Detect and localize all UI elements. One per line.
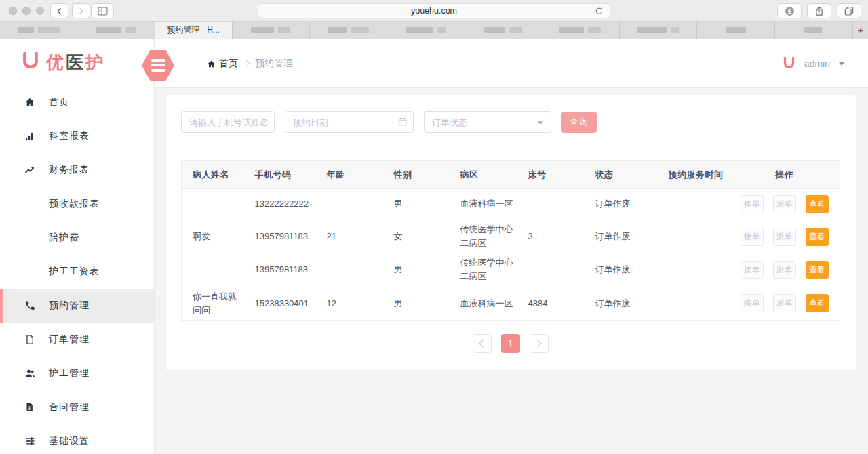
app-logo: 优医护 xyxy=(0,39,154,85)
cell-phone: 13222222222 xyxy=(244,189,316,220)
share-button[interactable] xyxy=(807,3,831,18)
chevron-down-icon xyxy=(838,62,845,66)
browser-tab[interactable] xyxy=(697,22,774,39)
contract-icon xyxy=(24,402,49,413)
downloads-button[interactable] xyxy=(777,3,802,18)
home-icon xyxy=(24,97,49,108)
table-row: 13957981183 男 传统医学中心二病区 订单作废 接单派单查看 xyxy=(182,253,840,287)
hamburger-icon xyxy=(151,59,165,62)
sidebar-item-workers[interactable]: 护工管理 xyxy=(0,356,154,390)
table-row: 你一直我就问问 15238330401 12 男 血液科病一区 4884 订单作… xyxy=(182,287,840,320)
browser-tab[interactable] xyxy=(620,22,697,39)
browser-tab[interactable] xyxy=(542,22,620,39)
share-icon xyxy=(814,5,825,17)
col-patient-name: 病人姓名 xyxy=(182,161,244,189)
new-tab-button[interactable]: + xyxy=(852,22,868,39)
cell-ward: 传统医学中心二病区 xyxy=(450,220,517,253)
sidebar-panel-icon xyxy=(97,6,108,16)
page-1-button[interactable]: 1 xyxy=(501,334,520,353)
browser-tab[interactable] xyxy=(465,22,542,39)
tab-title: 预约管理 - H... xyxy=(167,24,219,36)
dispatch-order-button[interactable]: 派单 xyxy=(773,261,796,279)
next-page-button[interactable] xyxy=(530,334,549,353)
minimize-window-button[interactable] xyxy=(22,7,31,15)
breadcrumb-current: 预约管理 xyxy=(255,58,293,70)
reload-icon xyxy=(594,6,604,16)
view-order-button[interactable]: 查看 xyxy=(806,294,829,312)
browser-tab[interactable] xyxy=(77,22,155,39)
dispatch-order-button[interactable]: 派单 xyxy=(773,228,796,246)
users-icon xyxy=(24,368,49,379)
user-menu[interactable]: admin xyxy=(782,39,845,88)
cell-name: 你一直我就问问 xyxy=(182,287,244,320)
cell-status: 订单作废 xyxy=(585,287,658,320)
sidebar-item-dept-report[interactable]: 科室报表 xyxy=(0,119,154,153)
dispatch-order-button[interactable]: 派单 xyxy=(773,294,796,312)
sidebar-item-settings[interactable]: 基础设置 xyxy=(0,424,154,454)
query-button[interactable]: 查询 xyxy=(561,112,597,133)
date-input[interactable] xyxy=(285,111,414,133)
cell-ward: 血液科病一区 xyxy=(450,189,517,220)
brand-u-icon xyxy=(782,56,796,72)
cell-name: 啊发 xyxy=(182,220,244,253)
sliders-icon xyxy=(24,436,49,447)
cell-time xyxy=(658,189,730,220)
sidebar-item-home[interactable]: 首页 xyxy=(0,85,154,119)
sidebar-item-finance-report[interactable]: 财务报表 xyxy=(0,153,154,187)
sidebar-item-prepaid-report[interactable]: 预收款报表 xyxy=(0,187,154,221)
sidebar-item-escort-fee[interactable]: 陪护费 xyxy=(0,221,154,255)
url-text: youehu.com xyxy=(411,6,457,16)
filter-bar: 查询 xyxy=(181,111,840,133)
page-header: 首页 预约管理 admin xyxy=(155,39,868,88)
tab-bar: 预约管理 - H... + xyxy=(0,22,868,39)
cell-ward: 血液科病一区 xyxy=(450,287,517,320)
accept-order-button[interactable]: 接单 xyxy=(741,195,764,213)
tab-overview-button[interactable] xyxy=(837,3,861,18)
sidebar-item-appointment[interactable]: 预约管理 xyxy=(0,289,154,323)
sidebar-toggle-button[interactable] xyxy=(91,3,114,18)
cell-bed: 4884 xyxy=(517,287,585,320)
address-bar[interactable]: youehu.com xyxy=(258,3,610,18)
close-window-button[interactable] xyxy=(9,7,17,15)
status-select[interactable] xyxy=(424,111,551,133)
col-phone: 手机号码 xyxy=(244,161,316,189)
view-order-button[interactable]: 查看 xyxy=(806,261,829,279)
reload-button[interactable] xyxy=(594,6,604,16)
dispatch-order-button[interactable]: 派单 xyxy=(773,195,796,213)
brand-u-icon xyxy=(20,51,41,73)
accept-order-button[interactable]: 接单 xyxy=(741,261,764,279)
zoom-window-button[interactable] xyxy=(36,7,44,15)
sidebar-item-contracts[interactable]: 合同管理 xyxy=(0,390,154,424)
chevron-left-icon xyxy=(479,339,486,347)
download-icon xyxy=(784,5,795,17)
browser-tab[interactable] xyxy=(233,22,310,39)
cell-bed: 3 xyxy=(517,220,585,253)
sidebar-item-worker-salary[interactable]: 护工工资表 xyxy=(0,255,154,289)
accept-order-button[interactable]: 接单 xyxy=(741,228,764,246)
view-order-button[interactable]: 查看 xyxy=(806,195,829,213)
browser-tab[interactable] xyxy=(0,22,77,39)
tabs-icon xyxy=(844,5,854,16)
browser-tab[interactable] xyxy=(775,22,852,39)
cell-time xyxy=(658,253,730,287)
browser-tab-active[interactable]: 预约管理 - H... xyxy=(155,22,233,39)
cell-gender: 男 xyxy=(383,189,450,220)
home-icon xyxy=(207,60,216,68)
chevron-left-icon xyxy=(55,7,64,16)
accept-order-button[interactable]: 接单 xyxy=(741,294,764,312)
forward-button[interactable] xyxy=(72,3,90,18)
cell-phone: 13957981183 xyxy=(244,253,316,287)
breadcrumb-home-link[interactable]: 首页 xyxy=(207,58,238,70)
browser-tab[interactable] xyxy=(387,22,465,39)
col-status: 状态 xyxy=(585,161,658,189)
cell-status: 订单作废 xyxy=(585,220,658,253)
search-input[interactable] xyxy=(181,111,275,133)
prev-page-button[interactable] xyxy=(473,334,492,353)
view-order-button[interactable]: 查看 xyxy=(806,228,829,246)
cell-age: 12 xyxy=(316,287,383,320)
back-button[interactable] xyxy=(50,3,68,18)
cell-ward: 传统医学中心二病区 xyxy=(450,253,517,287)
browser-tab[interactable] xyxy=(310,22,387,39)
sidebar-item-orders[interactable]: 订单管理 xyxy=(0,323,154,356)
cell-phone: 15238330401 xyxy=(244,287,316,320)
